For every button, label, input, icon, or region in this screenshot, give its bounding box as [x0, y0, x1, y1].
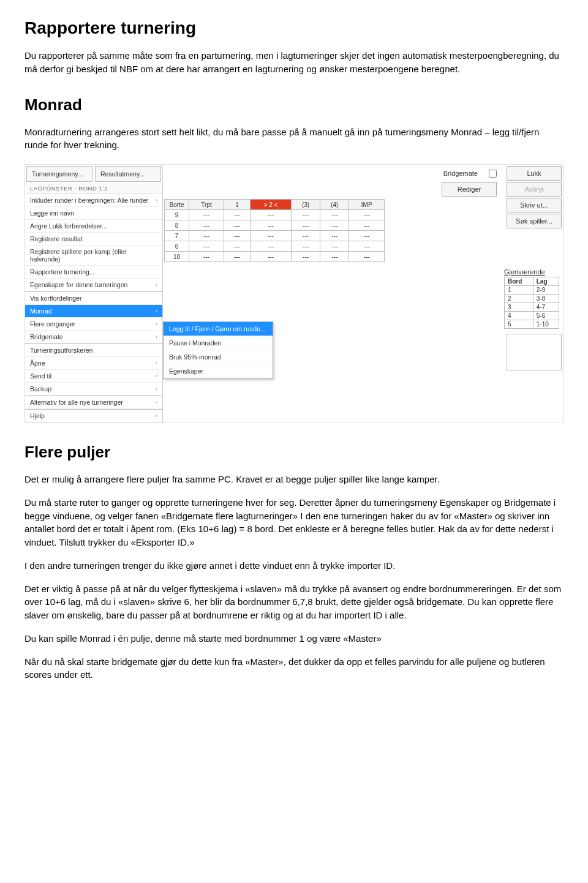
bridgemate-checkbox[interactable]: [489, 170, 497, 178]
menu-item-label: Egenskaper for denne turneringen: [30, 281, 127, 288]
td: ---: [291, 231, 320, 241]
para-flere-4: Det er viktig å passe på at når du velge…: [24, 582, 564, 622]
menu-item[interactable]: Alternativ for alle nye turneringer›: [25, 396, 162, 409]
menu-item-label: Registrere resultat: [30, 235, 83, 242]
menu-item[interactable]: Vis kortfordelinger: [25, 291, 162, 305]
submenu-item[interactable]: Egenskaper: [164, 364, 273, 378]
menu-item[interactable]: Rapportere turnering...: [25, 266, 162, 279]
td: ---: [349, 231, 385, 241]
td: ---: [224, 252, 250, 262]
table-row: 12-9: [505, 286, 559, 295]
chevron-right-icon: ›: [156, 282, 157, 288]
td: 3: [505, 303, 533, 312]
menu-item-label: Legge inn navn: [30, 209, 74, 217]
table-row: 23-8: [505, 295, 559, 303]
td: ---: [224, 220, 250, 231]
application-screenshot: Turneringsmeny... Resultatmeny... LAGFÖN…: [24, 164, 564, 423]
right-panel: Bridgemate Lukk Rediger Avbryt Borte Trp…: [163, 165, 563, 423]
td: ---: [349, 241, 385, 252]
resultatmeny-button[interactable]: Resultatmeny...: [95, 166, 161, 182]
menu-item[interactable]: Hjelp›: [25, 409, 162, 423]
menu-item-monrad[interactable]: Monrad›: [25, 305, 162, 318]
th: Borte: [165, 200, 189, 210]
td: ---: [291, 241, 320, 252]
menu-item[interactable]: Flere omganger›: [25, 318, 162, 331]
menu-item-label: Vis kortfordelinger: [30, 295, 81, 302]
th: (3): [291, 200, 320, 210]
td: 6: [165, 241, 189, 252]
data-table: Borte Trpt 1 > 2 < (3) (4) IMP 9--------…: [164, 199, 385, 262]
menu-item[interactable]: Turneringsutforskeren: [25, 344, 162, 357]
menu-item-label: Backup: [30, 385, 51, 393]
table-row[interactable]: 9------------------: [165, 210, 385, 220]
chevron-right-icon: ›: [156, 413, 157, 419]
td: 4: [505, 312, 533, 320]
table-row[interactable]: 7------------------: [165, 231, 385, 241]
menu-item-label: Åpne: [30, 359, 45, 367]
td: ---: [189, 210, 224, 220]
table-row[interactable]: 6------------------: [165, 241, 385, 252]
menu-item-label: Registrere spillere per kamp (eller halv…: [30, 248, 157, 263]
table-row: 34-7: [505, 303, 559, 312]
menu-item-label: Monrad: [30, 307, 52, 315]
para-flere-5: Du kan spille Monrad i én pulje, denne m…: [24, 632, 564, 645]
menu-item[interactable]: Legge inn navn: [25, 207, 162, 220]
skriv-ut-button[interactable]: Skriv ut...: [507, 198, 562, 212]
td: ---: [250, 210, 291, 220]
td: ---: [189, 231, 224, 241]
td: ---: [349, 210, 385, 220]
submenu-item-legg-til[interactable]: Legg til / Fjern / Gjøre om runde...: [164, 322, 273, 336]
heading-monrad: Monrad: [24, 96, 564, 115]
table-row[interactable]: 10------------------: [165, 252, 385, 262]
td: ---: [224, 210, 250, 220]
td: ---: [291, 210, 320, 220]
submenu-item[interactable]: Pause i Monraden: [164, 336, 273, 350]
chevron-right-icon: ›: [156, 386, 157, 392]
td: ---: [349, 220, 385, 231]
td: 4-7: [533, 303, 559, 312]
menu-item[interactable]: Registrere resultat: [25, 233, 162, 246]
menu-item-label: Flere omganger: [30, 320, 75, 328]
menu-item[interactable]: Registrere spillere per kamp (eller halv…: [25, 246, 162, 266]
table-row[interactable]: 8------------------: [165, 220, 385, 231]
chevron-right-icon: ›: [156, 373, 157, 379]
td: 1: [505, 286, 533, 295]
lukk-button[interactable]: Lukk: [507, 166, 562, 181]
menu-item[interactable]: Egenskaper for denne turneringen›: [25, 279, 162, 291]
submenu-item[interactable]: Bruk 95%-monrad: [164, 350, 273, 364]
avbryt-button[interactable]: Avbryt: [507, 182, 562, 197]
td: ---: [349, 252, 385, 262]
td: ---: [250, 241, 291, 252]
menu-item[interactable]: Backup›: [25, 383, 162, 396]
chevron-right-icon: ›: [156, 334, 157, 340]
td: 8: [165, 220, 189, 231]
para-monrad: Monradturnering arrangeres stort sett he…: [24, 126, 564, 152]
chevron-right-icon: ›: [156, 197, 157, 203]
menu-item[interactable]: Åpne›: [25, 357, 162, 370]
td: 2: [505, 295, 533, 303]
para-flere-1: Det er mulig å arrangere flere puljer fr…: [24, 473, 564, 486]
rediger-button[interactable]: Rediger: [442, 182, 497, 197]
td: ---: [291, 252, 320, 262]
table-row: 45-6: [505, 312, 559, 320]
empty-box: [507, 334, 562, 370]
th: Bord: [505, 277, 533, 286]
td: 9: [165, 210, 189, 220]
sok-spiller-button[interactable]: Søk spiller...: [507, 214, 562, 228]
menu-item[interactable]: Angre Lukk forberedelser...: [25, 220, 162, 233]
td: 7: [165, 231, 189, 241]
menu-item[interactable]: Bridgemate›: [25, 331, 162, 344]
chevron-right-icon: ›: [156, 360, 157, 366]
menu-inkluder[interactable]: Inkluder runder i beregningen: Alle rund…: [25, 194, 162, 207]
para-rapportere: Du rapporterer på samme måte som fra en …: [24, 49, 564, 76]
menu-item-label: Angre Lukk forberedelser...: [30, 222, 107, 230]
table-row: 51-10: [505, 320, 559, 329]
td: ---: [320, 252, 349, 262]
window-title: LAGFÖNSTER - ROND 1:2: [25, 183, 162, 194]
menu-item[interactable]: Send til›: [25, 370, 162, 383]
th: Trpt: [189, 200, 224, 210]
td: ---: [189, 220, 224, 231]
td: ---: [320, 231, 349, 241]
turneringsmeny-button[interactable]: Turneringsmeny...: [26, 166, 92, 182]
th: (4): [320, 200, 349, 210]
